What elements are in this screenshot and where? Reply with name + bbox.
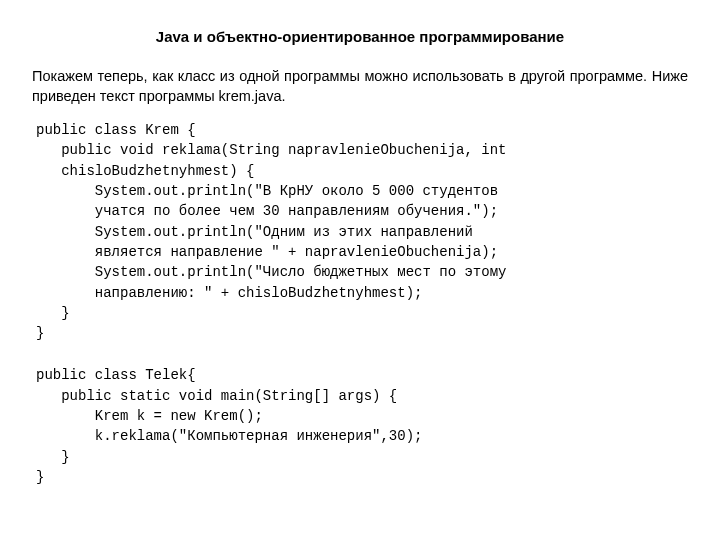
code-block-telek: public class Telek{ public static void m… (32, 365, 688, 487)
page-title: Java и объектно-ориентированное программ… (32, 28, 688, 45)
intro-paragraph: Покажем теперь, как класс из одной прогр… (32, 67, 688, 106)
code-block-krem: public class Krem { public void reklama(… (32, 120, 688, 343)
